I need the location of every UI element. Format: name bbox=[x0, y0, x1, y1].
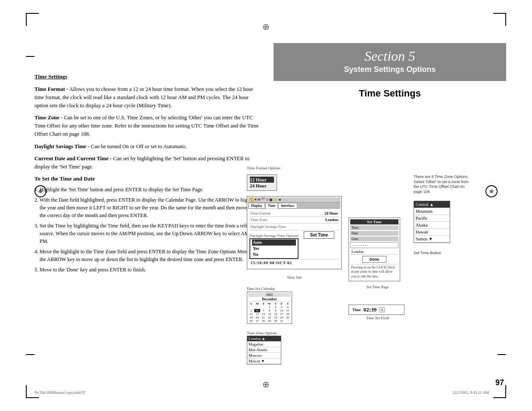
cal-h-w: W bbox=[266, 302, 272, 305]
footer-left: NvTikGSMManual copy.indd 97 bbox=[34, 390, 86, 395]
step-4: 4. Move the highlight to the Time Zone f… bbox=[34, 248, 263, 263]
text-dst: Can be turned On or Off or set to Automa… bbox=[90, 143, 187, 149]
tz-mid-alantic: Mid-Alantic bbox=[247, 347, 281, 353]
cal-h-f: F bbox=[279, 302, 285, 305]
cal-h-t1: T bbox=[260, 302, 266, 305]
cal-d-7: 7 bbox=[260, 309, 266, 312]
tz-hawaii: Hawaii bbox=[414, 229, 450, 236]
tz-options-label: Time Zone Options bbox=[247, 331, 342, 336]
time-set-value: 02:39 bbox=[364, 306, 376, 313]
cal-d-19: 19 bbox=[248, 316, 254, 319]
bold-dst: Daylight Savings Time - bbox=[34, 143, 90, 149]
dash-right-bottom bbox=[498, 354, 506, 355]
cal-d-5: 5 bbox=[248, 309, 254, 312]
cal-d-15: 15 bbox=[266, 312, 272, 316]
cal-h-t2: T bbox=[273, 302, 279, 305]
field-time-format: Time Format 24 Hour bbox=[249, 210, 339, 217]
arrow-right-icon: ◄ bbox=[278, 198, 281, 202]
field-dst: Daylight Savings Time bbox=[249, 224, 339, 230]
tz-london: London ▲ bbox=[247, 336, 281, 342]
tab-interface[interactable]: Interface bbox=[278, 203, 297, 209]
time-set-field-section: Time 02:39 A Time Set Field bbox=[348, 305, 407, 320]
done-button[interactable]: Done bbox=[362, 256, 387, 263]
field-label-dst: Daylight Savings Time bbox=[250, 224, 286, 230]
dst-options-label: Daylight Savings Time Options bbox=[249, 233, 299, 239]
cal-d-23: 23 bbox=[273, 316, 279, 319]
time-set-field-box: Time 02:39 A bbox=[348, 305, 404, 315]
calendar-box: 2002 December S M T W T F S bbox=[247, 292, 292, 324]
toolbar-icons: 📶 ✦ ✉ 📅 ☆ ▦ 🔋 ◄ bbox=[249, 198, 281, 202]
set-time-note: Pressing in on the CLICK Stick at any po… bbox=[350, 264, 398, 280]
screenshot-area: Time Format Options 12 Hour 24 Hour 📶 ✦ … bbox=[247, 166, 479, 364]
bold-time-format: Time Format - bbox=[34, 86, 68, 92]
set-time-goto-field: Goto bbox=[350, 237, 398, 241]
left-screens-col: Time Format Options 12 Hour 24 Hour 📶 ✦ … bbox=[247, 166, 342, 364]
set-time-value: --:--:-- bbox=[350, 242, 398, 248]
tab-time[interactable]: Time bbox=[265, 203, 278, 209]
cal-h-s2: S bbox=[285, 302, 291, 305]
cal-d-22: 22 bbox=[266, 316, 272, 319]
step-3: 3. Set the Time by highlighting the Time… bbox=[34, 222, 263, 245]
time-format-12h: 12 Hour bbox=[250, 177, 274, 183]
paragraph-dst: Daylight Savings Time - Can be turned On… bbox=[34, 143, 263, 151]
set-time-button[interactable]: Set Time bbox=[304, 231, 335, 239]
steps-list: 1. Highlight the 'Set Time' button and p… bbox=[34, 186, 263, 274]
time-set-am-pm: A bbox=[379, 307, 385, 312]
footer-right: 12/2/2002, 8:43:21 AM bbox=[452, 390, 489, 395]
left-content-area: Time Settings Time Format - Allows you t… bbox=[34, 73, 263, 276]
tab-display[interactable]: Display bbox=[249, 203, 265, 209]
bold-time-zone: Time Zone - bbox=[34, 115, 62, 121]
field-value-time-zone: London bbox=[325, 217, 338, 223]
signal-icon: 📶 bbox=[249, 198, 254, 202]
tz-mountain: Mountain bbox=[414, 208, 450, 215]
main-device-screen: 📶 ✦ ✉ 📅 ☆ ▦ 🔋 ◄ Display Time bbox=[247, 196, 342, 269]
set-time-page-label: Set Time Page bbox=[348, 285, 407, 289]
yes-option: Yes bbox=[252, 246, 296, 252]
device-timestamp: 15:50:09 08-OCT-02 bbox=[249, 259, 339, 267]
far-right-col: There are 8 Time Zone Options. Select 'O… bbox=[414, 174, 470, 255]
time-settings-heading: Time Settings bbox=[274, 88, 506, 99]
cal-d-empty1 bbox=[248, 305, 254, 309]
paragraph-time-format: Time Format - Allows you to choose from … bbox=[34, 85, 263, 109]
set-time-popup-title: Set Time bbox=[350, 219, 398, 224]
cal-d-8: 8 bbox=[266, 309, 272, 312]
time-set-field-label: Time Set Field bbox=[348, 316, 407, 320]
cal-d-27: 27 bbox=[254, 319, 260, 323]
cal-d-11: 11 bbox=[285, 309, 291, 312]
top-compass-icon: ⊕ bbox=[262, 22, 270, 32]
step-1: 1. Highlight the 'Set Time' button and p… bbox=[34, 186, 263, 193]
auto-box: Auto Yes No bbox=[249, 238, 299, 259]
set-time-popup: Set Time Time Date Goto --:--:-- London … bbox=[348, 218, 400, 281]
timezone-note-annotation: There are 8 Time Zone Options. Select 'O… bbox=[414, 174, 470, 195]
cal-d-12: 12 bbox=[248, 312, 254, 316]
time-format-24h: 24 Hour bbox=[250, 183, 274, 189]
time-tab-label: Time Tab bbox=[247, 275, 342, 280]
tz-moscow: Moscow bbox=[247, 353, 281, 358]
cal-h-m: M bbox=[254, 302, 260, 305]
cal-d-2: 2 bbox=[273, 305, 279, 309]
set-time-done-area: Done bbox=[350, 256, 398, 263]
tz-muscat: Muscat ▼ bbox=[247, 358, 281, 364]
field-time-zone: Time Zone London bbox=[249, 217, 339, 224]
set-time-button-label-annotation: Set Time Button bbox=[414, 251, 470, 256]
cal-d-14: 14 bbox=[260, 312, 266, 316]
field-label-time-zone: Time Zone bbox=[250, 217, 267, 223]
cal-d-empty3 bbox=[260, 305, 266, 309]
cal-d-28: 28 bbox=[260, 319, 266, 323]
calendar-section: Date Set Calendar 2002 December S M T W … bbox=[247, 286, 342, 324]
sub-heading-set-time: To Set the Time and Date bbox=[34, 175, 263, 182]
device-tabs-bar: Display Time Interface bbox=[248, 202, 340, 209]
page-number: 97 bbox=[495, 378, 504, 387]
calendar-grid: S M T W T F S 1 2 bbox=[248, 302, 291, 323]
set-time-date-field: Date bbox=[350, 231, 398, 236]
cal-d-25: 25 bbox=[285, 316, 291, 319]
bold-current-time: Current Date and Current Time - bbox=[34, 156, 112, 162]
screens-row: Time Format Options 12 Hour 24 Hour 📶 ✦ … bbox=[247, 166, 479, 364]
tz-magadon: Magadon bbox=[247, 342, 281, 347]
battery-icon: 🔋 bbox=[273, 198, 277, 202]
calendar-icon2: 📅 bbox=[261, 198, 265, 202]
cal-d-9: 9 bbox=[273, 309, 279, 312]
field-label-time-format: Time Format bbox=[250, 211, 271, 216]
set-time-time-field: Time bbox=[350, 225, 398, 230]
right-content-area: Section 5 System Settings Options Time S… bbox=[274, 43, 506, 103]
